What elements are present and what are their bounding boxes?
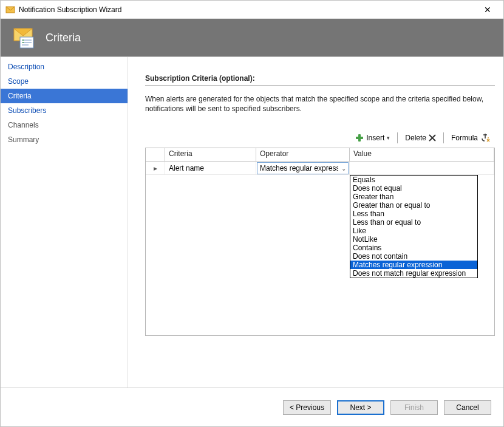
sidebar-item-summary[interactable]: Summary [1, 132, 128, 147]
svg-point-10 [488, 137, 489, 138]
operator-option[interactable]: Greater than [350, 193, 477, 201]
grid-header: Criteria Operator Value [146, 148, 494, 162]
row-indicator-icon: ▸ [146, 162, 165, 174]
cell-criteria[interactable]: Alert name [165, 162, 256, 174]
chevron-down-icon: ⌄ [341, 165, 346, 171]
sidebar-item-scope[interactable]: Scope [1, 74, 128, 89]
operator-option[interactable]: Like [350, 227, 477, 235]
criteria-grid: Criteria Operator Value ▸ Alert name Mat… [145, 148, 495, 336]
banner-icon [12, 25, 37, 50]
operator-combobox-value: Matches regular expression [260, 164, 338, 173]
delete-label: Delete [405, 134, 426, 142]
svg-point-7 [22, 42, 24, 43]
footer: < Previous Next > Finish Cancel [1, 388, 503, 426]
grid-row[interactable]: ▸ Alert name Matches regular expression … [146, 162, 494, 175]
x-icon [429, 134, 436, 142]
insert-button[interactable]: Insert ▾ [354, 132, 391, 143]
sidebar-item-criteria[interactable]: Criteria [1, 89, 128, 103]
dropdown-arrow-icon: ▾ [387, 135, 390, 141]
banner: Criteria [1, 19, 503, 56]
sidebar-item-description[interactable]: Description [1, 60, 128, 74]
svg-point-6 [22, 39, 24, 41]
titlebar: Notification Subscription Wizard ✕ [1, 1, 503, 19]
operator-option[interactable]: Equals [350, 176, 477, 184]
grid-toolbar: Insert ▾ Delete Formula [145, 132, 495, 148]
operator-option[interactable]: Does not equal [350, 184, 477, 193]
sidebar-item-subscribers[interactable]: Subscribers [1, 103, 128, 118]
formula-icon [480, 133, 490, 143]
app-icon [5, 5, 15, 15]
grid-header-value[interactable]: Value [350, 148, 494, 161]
operator-combobox[interactable]: Matches regular expression ⌄ [257, 162, 349, 174]
operator-option[interactable]: Greater than or equal to [350, 201, 477, 210]
section-description: When alerts are generated for the object… [145, 94, 495, 114]
svg-rect-9 [356, 137, 363, 139]
formula-label: Formula [451, 134, 478, 142]
wizard-window: Notification Subscription Wizard ✕ Crite… [0, 0, 504, 427]
next-button[interactable]: Next > [337, 400, 384, 415]
window-title: Notification Subscription Wizard [19, 5, 477, 14]
operator-option[interactable]: Does not contain [350, 252, 477, 261]
cancel-button[interactable]: Cancel [444, 400, 491, 415]
operator-option[interactable]: Less than or equal to [350, 218, 477, 227]
operator-option[interactable]: Matches regular expression [350, 261, 477, 269]
sidebar: Description Scope Criteria Subscribers C… [1, 57, 128, 388]
insert-label: Insert [366, 134, 384, 142]
toolbar-separator [397, 132, 398, 143]
cell-value[interactable] [350, 162, 494, 174]
cell-operator[interactable]: Matches regular expression ⌄ [256, 162, 350, 174]
finish-button: Finish [390, 400, 438, 415]
sidebar-item-channels[interactable]: Channels [1, 118, 128, 132]
grid-header-indicator [146, 148, 165, 161]
previous-button[interactable]: < Previous [283, 400, 331, 415]
operator-option[interactable]: NotLike [350, 235, 477, 244]
content: Subscription Criteria (optional): When a… [128, 57, 503, 388]
plus-icon [355, 134, 364, 142]
grid-header-operator[interactable]: Operator [256, 148, 350, 161]
operator-dropdown[interactable]: EqualsDoes not equalGreater thanGreater … [350, 175, 478, 278]
operator-option[interactable]: Contains [350, 244, 477, 252]
body: Description Scope Criteria Subscribers C… [1, 56, 503, 388]
banner-title: Criteria [46, 32, 81, 44]
section-title: Subscription Criteria (optional): [145, 74, 495, 86]
delete-button[interactable]: Delete [404, 132, 437, 143]
operator-option[interactable]: Less than [350, 210, 477, 218]
toolbar-separator [443, 132, 444, 143]
formula-button[interactable]: Formula [450, 132, 491, 144]
close-button[interactable]: ✕ [477, 1, 499, 18]
grid-header-criteria[interactable]: Criteria [165, 148, 256, 161]
operator-option[interactable]: Does not match regular expression [350, 269, 477, 278]
